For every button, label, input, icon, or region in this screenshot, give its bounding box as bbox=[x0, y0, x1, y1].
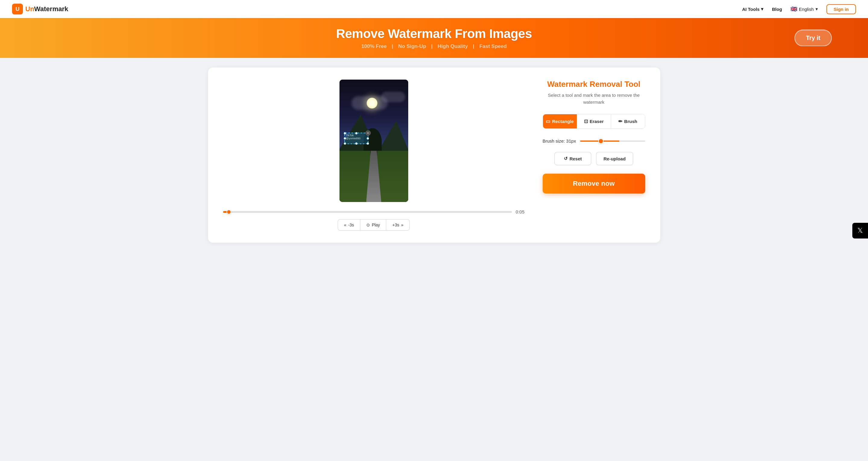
try-it-button[interactable]: Try it bbox=[795, 30, 832, 47]
blog-link[interactable]: Blog bbox=[772, 7, 782, 12]
grass-right bbox=[377, 151, 408, 202]
logo-text: UnWatermark bbox=[25, 5, 68, 13]
hero-banner: Remove Watermark From Images 100% Free |… bbox=[0, 18, 868, 58]
playback-controls: « -3s ⊙ Play +3s » bbox=[223, 219, 525, 230]
navbar-right: AI Tools ▾ Blog 🇬🇧 English ▾ Sign in bbox=[742, 4, 856, 14]
forward-button[interactable]: +3s » bbox=[386, 219, 410, 230]
remove-now-button[interactable]: Remove now bbox=[543, 174, 645, 193]
chevron-down-icon: ▾ bbox=[761, 6, 764, 12]
brush-size-label: Brush size: 31px bbox=[543, 139, 576, 144]
timeline-time: 0:05 bbox=[516, 209, 524, 214]
tool-buttons-group: ▭ Rectangle ⊡ Eraser ✏ Brush bbox=[543, 114, 645, 129]
grass-left bbox=[339, 151, 371, 202]
eraser-icon: ⊡ bbox=[584, 119, 588, 124]
watermark-text: TikTok @yomie890 bbox=[345, 133, 368, 141]
action-buttons: ↺ Reset Re-upload bbox=[543, 152, 645, 165]
brush-tool-button[interactable]: ✏ Brush bbox=[611, 114, 645, 128]
timeline-bar[interactable] bbox=[223, 211, 512, 213]
hero-subtitle: 100% Free | No Sign-Up | High Quality | … bbox=[336, 43, 532, 50]
video-container: × TikTok @yomie890 bbox=[223, 80, 525, 202]
timeline-area: 0:05 « -3s ⊙ Play +3s » bbox=[223, 209, 525, 230]
rewind-button[interactable]: « -3s bbox=[338, 219, 360, 230]
play-icon: ⊙ bbox=[366, 222, 370, 227]
language-selector[interactable]: 🇬🇧 English ▾ bbox=[790, 6, 818, 12]
navbar: U UnWatermark AI Tools ▾ Blog 🇬🇧 English… bbox=[0, 0, 868, 18]
chevron-down-icon: ▾ bbox=[815, 6, 818, 12]
logo-icon: U bbox=[12, 4, 23, 14]
ai-tools-menu[interactable]: AI Tools ▾ bbox=[742, 6, 764, 12]
hero-title: Remove Watermark From Images bbox=[336, 27, 532, 41]
twitter-float-button[interactable]: 𝕏 bbox=[852, 223, 868, 239]
eraser-tool-button[interactable]: ⊡ Eraser bbox=[577, 114, 611, 128]
brush-icon: ✏ bbox=[618, 119, 622, 124]
handle-bottom-right[interactable] bbox=[367, 142, 369, 145]
signin-button[interactable]: Sign in bbox=[827, 4, 856, 14]
forward-icon: » bbox=[401, 222, 403, 227]
video-scene: × TikTok @yomie890 bbox=[339, 80, 408, 202]
left-panel: × TikTok @yomie890 0:05 « -3s bbox=[223, 80, 525, 230]
reupload-button[interactable]: Re-upload bbox=[596, 152, 633, 165]
cloud-right bbox=[381, 92, 405, 102]
twitter-x-icon: 𝕏 bbox=[858, 227, 863, 235]
reset-icon: ↺ bbox=[564, 156, 568, 161]
handle-bottom-mid[interactable] bbox=[355, 142, 358, 145]
brush-size-row: Brush size: 31px bbox=[543, 139, 645, 144]
brush-size-slider[interactable] bbox=[580, 141, 645, 142]
timeline-bar-container: 0:05 bbox=[223, 209, 525, 214]
moon bbox=[367, 98, 377, 109]
tool-panel-description: Select a tool and mark the area to remov… bbox=[543, 92, 645, 105]
rectangle-icon: ▭ bbox=[546, 119, 550, 124]
play-button[interactable]: ⊙ Play bbox=[360, 219, 386, 230]
main-content: × TikTok @yomie890 0:05 « -3s bbox=[208, 67, 660, 243]
rectangle-tool-button[interactable]: ▭ Rectangle bbox=[543, 114, 577, 128]
rewind-icon: « bbox=[344, 222, 346, 227]
video-preview: × TikTok @yomie890 bbox=[339, 80, 408, 202]
handle-bottom-left[interactable] bbox=[344, 142, 346, 145]
hero-text: Remove Watermark From Images 100% Free |… bbox=[336, 27, 532, 50]
timeline-thumb[interactable] bbox=[226, 210, 231, 214]
flag-icon: 🇬🇧 bbox=[790, 6, 797, 12]
right-panel: Watermark Removal Tool Select a tool and… bbox=[543, 80, 645, 193]
reset-button[interactable]: ↺ Reset bbox=[554, 152, 591, 165]
logo[interactable]: U UnWatermark bbox=[12, 4, 68, 14]
watermark-selection-box[interactable]: × TikTok @yomie890 bbox=[344, 133, 368, 144]
tool-panel-title: Watermark Removal Tool bbox=[543, 80, 645, 89]
